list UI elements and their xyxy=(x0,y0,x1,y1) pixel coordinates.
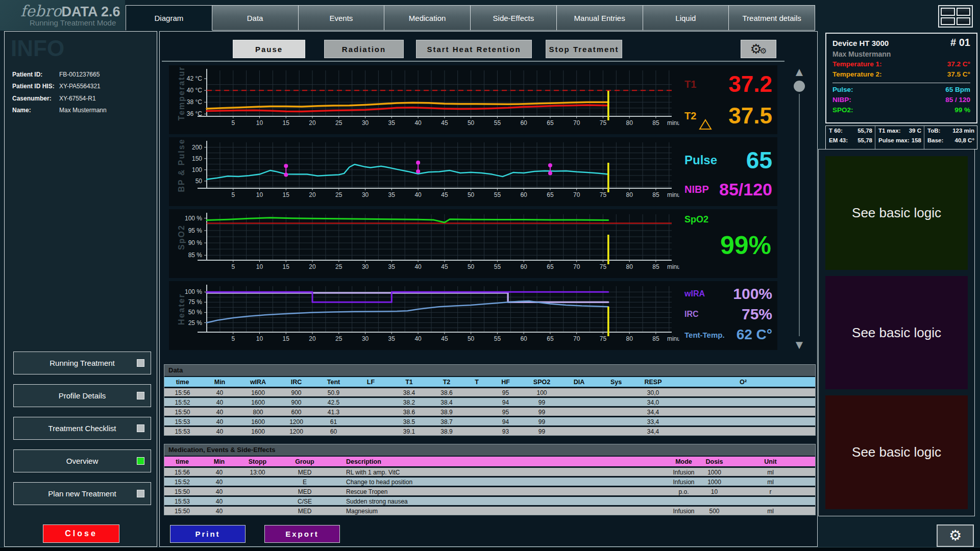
table-row[interactable]: 15:5240EChange to head positionInfusion1… xyxy=(164,476,815,486)
table-cell xyxy=(561,398,597,406)
sidebar-nav: Running TreatmentProfile DetailsTreatmen… xyxy=(13,352,151,515)
table-cell xyxy=(352,427,390,435)
patient-field-value: FB-001237665 xyxy=(59,71,157,78)
table-cell: 38.6 xyxy=(390,408,428,416)
table-cell: 38.5 xyxy=(390,417,428,425)
tab-liquid[interactable]: Liquid xyxy=(643,5,729,31)
table-row[interactable]: 15:5240160090042.538.238.4949934,0 xyxy=(164,396,815,406)
radiation-button[interactable]: Radiation xyxy=(324,40,404,58)
table-row[interactable]: 15:5340160012006138.538.7949933,4 xyxy=(164,416,815,425)
data-table: DatatimeMinwIRAIRCTentLFT1T2THFSPO2DIASy… xyxy=(164,364,816,436)
svg-text:10: 10 xyxy=(256,119,263,127)
table-cell: 15:50 xyxy=(164,408,201,416)
tab-diagram[interactable]: Diagram xyxy=(126,5,212,31)
heater-label-tent-temp: Tent-Temp. xyxy=(684,331,725,339)
svg-text:50: 50 xyxy=(468,191,475,198)
sidebar: INFO Patient ID:FB-001237665Patient ID H… xyxy=(4,31,157,547)
settings-gear-button[interactable]: ⚙ xyxy=(937,524,974,547)
sidebar-item-label: Running Treatment xyxy=(50,359,115,367)
sidebar-item-profile-details[interactable]: Profile Details xyxy=(13,384,151,407)
patient-field-row: Patient ID HIS:XY-PA5564321 xyxy=(12,81,157,93)
scroll-up-icon[interactable]: ▲ xyxy=(793,65,805,79)
svg-text:50: 50 xyxy=(195,178,203,185)
basic-logic-panel-2[interactable]: See basic logic xyxy=(825,276,968,390)
print-button[interactable]: Print xyxy=(170,525,246,543)
table-cell xyxy=(597,388,635,396)
start-heat-retention-button[interactable]: Start Heat Retention xyxy=(416,40,532,58)
table-row[interactable]: 15:5340160012006039.138.9939934,4 xyxy=(164,425,815,435)
pause-button[interactable]: Pause xyxy=(233,40,305,58)
table-cell: 1000 xyxy=(703,468,726,476)
svg-text:95 %: 95 % xyxy=(188,227,203,234)
table-row[interactable]: 15:5040MEDRescue Tropenp.o.10r xyxy=(164,486,815,495)
table-cell xyxy=(561,427,597,435)
svg-text:150: 150 xyxy=(192,155,202,162)
temp-label-t1: T1 xyxy=(684,79,696,90)
svg-text:20: 20 xyxy=(309,119,316,127)
table-cell xyxy=(465,417,488,425)
table-cell xyxy=(352,398,390,406)
sidebar-item-overview[interactable]: Overview xyxy=(13,449,151,472)
svg-text:Heater: Heater xyxy=(177,293,186,325)
table-row[interactable]: 15:504080060041.338.638.9959934,4 xyxy=(164,406,815,416)
table-row[interactable]: 15:5640160090050.938.438.69510030,0 xyxy=(164,387,815,396)
table-row[interactable]: 15:564013:00MEDRL with 1 amp. VitCInfusi… xyxy=(164,466,815,476)
heater-chart: 100 %75 %50 %25 %51015202530354045505560… xyxy=(169,281,679,350)
table-cell: MED xyxy=(277,487,333,495)
patient-field-row: Name:Max Mustermann xyxy=(12,105,157,117)
table-cell: 1600 xyxy=(239,417,277,425)
svg-text:20: 20 xyxy=(309,335,316,342)
settings-button[interactable]: ⚙⚙ xyxy=(741,40,776,58)
heater-label-wira: wIRA xyxy=(684,289,705,298)
temperature-chart-panel: 42 °C40 °C38 °C36 °C51015202530354045505… xyxy=(169,65,777,134)
stop-treatment-button[interactable]: Stop Treatment xyxy=(546,40,622,58)
basic-logic-container: See basic logicSee basic logicSee basic … xyxy=(818,149,975,516)
table-row[interactable]: 15:5040MEDMagnesiumInfusion500ml xyxy=(164,505,815,515)
svg-text:50: 50 xyxy=(468,119,475,127)
export-button[interactable]: Export xyxy=(264,525,340,543)
tab-events[interactable]: Events xyxy=(298,5,385,31)
tab-manual-entries[interactable]: Manual Entries xyxy=(556,5,643,31)
window-layout-icon[interactable] xyxy=(938,5,973,28)
vital-label: Temperature 1: xyxy=(832,60,882,70)
window-pane-icon xyxy=(957,8,971,16)
vital-label: NIBP: xyxy=(832,96,851,106)
svg-text:30: 30 xyxy=(362,119,369,127)
tab-side-effects[interactable]: Side-Effects xyxy=(470,5,557,31)
svg-text:5: 5 xyxy=(231,191,235,198)
scroll-down-icon[interactable]: ▼ xyxy=(793,338,805,352)
table-cell xyxy=(597,408,635,416)
spo2-value: 99% xyxy=(720,231,771,260)
table-cell: 100 xyxy=(523,388,561,396)
table-cell xyxy=(671,417,815,425)
scroll-thumb[interactable] xyxy=(794,81,805,92)
basic-logic-panel-1[interactable]: See basic logic xyxy=(825,156,968,270)
basic-logic-panel-3[interactable]: See basic logic xyxy=(825,395,968,509)
svg-text:65: 65 xyxy=(547,191,554,198)
patient-field-row: Patient ID:FB-001237665 xyxy=(12,68,157,81)
treatment-stats-panel: T 60:55,78EM 43:55,78T1 max:39 CPulse ma… xyxy=(825,126,977,149)
table-cell: 40 xyxy=(200,468,238,476)
stat-cell: Base:40,8 C° xyxy=(927,137,974,147)
svg-text:80: 80 xyxy=(626,335,633,342)
sidebar-item-running-treatment[interactable]: Running Treatment xyxy=(13,352,151,374)
table-title: Medication, Events & Side-Effects xyxy=(164,444,815,456)
sidebar-item-treatment-checklist[interactable]: Treatment Checklist xyxy=(13,417,151,440)
window-pane-icon xyxy=(941,17,955,26)
table-row[interactable]: 15:5340C/SESudden strong nausea xyxy=(164,495,815,505)
sidebar-item-plan-new-treatment[interactable]: Plan new Treatment xyxy=(13,482,151,505)
tab-treatment-details[interactable]: Treatment details xyxy=(728,5,815,31)
table-cell: 500 xyxy=(703,507,726,515)
scroll-track[interactable] xyxy=(799,94,800,336)
divider xyxy=(162,61,785,62)
tab-data[interactable]: Data xyxy=(212,5,299,31)
stat-value: 40,8 C° xyxy=(955,137,974,147)
close-button[interactable]: Close xyxy=(43,524,119,543)
svg-text:45: 45 xyxy=(441,119,448,127)
table-cell: 61 xyxy=(315,417,352,425)
table-cell: 600 xyxy=(277,408,315,416)
tab-medication[interactable]: Medication xyxy=(384,5,471,31)
table-cell xyxy=(352,417,390,425)
column-header: time xyxy=(164,457,200,466)
table-cell xyxy=(665,497,703,505)
